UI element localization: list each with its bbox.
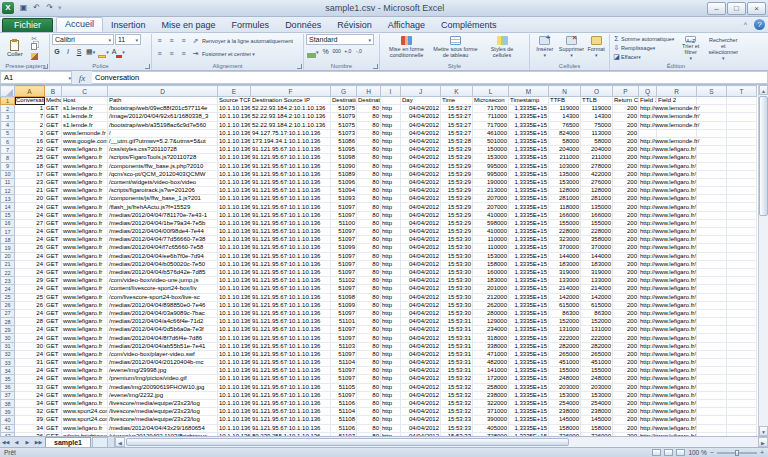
alignment-dialog-launcher[interactable] bbox=[297, 64, 302, 69]
cell-N30[interactable]: 222000 bbox=[549, 334, 581, 342]
cell-T6[interactable] bbox=[727, 137, 757, 145]
cell-D11[interactable]: /content/widgets/video-box/video bbox=[108, 178, 218, 186]
cell-P8[interactable]: 200 bbox=[613, 154, 639, 162]
cell-L8[interactable]: 153000 bbox=[473, 154, 509, 162]
cell-O27[interactable]: 86300 bbox=[581, 309, 613, 317]
next-sheet-icon[interactable]: ▶ bbox=[22, 437, 33, 447]
cell-B37[interactable]: GET bbox=[45, 391, 62, 399]
column-header-T[interactable]: T bbox=[727, 86, 757, 97]
cell-C34[interactable]: www.lefigaro.fr bbox=[62, 367, 108, 375]
cell-L3[interactable]: 711000 bbox=[473, 113, 509, 121]
cell-N8[interactable]: 211000 bbox=[549, 154, 581, 162]
cell-D19[interactable]: /medias/2012/04/04/f7c65660-7e58 bbox=[108, 244, 218, 252]
cell-Q30[interactable]: http://www.lefigaro.fr/ bbox=[639, 334, 657, 342]
cell-T30[interactable] bbox=[727, 334, 757, 342]
cell-E38[interactable]: 10.1.10.136 bbox=[218, 399, 251, 407]
cell-styles-button[interactable]: Styles de cellules bbox=[480, 34, 524, 62]
cell-M12[interactable]: 1,3335E+15 bbox=[509, 187, 549, 195]
cell-P11[interactable]: 200 bbox=[613, 178, 639, 186]
column-header-L[interactable]: L bbox=[473, 86, 509, 97]
cell-L16[interactable]: 598000 bbox=[473, 219, 509, 227]
cell-N6[interactable]: 58000 bbox=[549, 137, 581, 145]
cell-A31[interactable]: 30 bbox=[15, 342, 45, 350]
minimize-ribbon-icon[interactable]: ^ bbox=[740, 19, 751, 30]
cell-P3[interactable]: 200 bbox=[613, 113, 639, 121]
cell-H20[interactable]: 80 bbox=[357, 252, 381, 260]
row-header-4[interactable]: 4 bbox=[1, 121, 15, 129]
cell-G16[interactable]: 51100 bbox=[331, 219, 357, 227]
cell-J38[interactable]: 04/04/2012 bbox=[401, 399, 441, 407]
cell-H9[interactable]: 80 bbox=[357, 162, 381, 170]
column-header-K[interactable]: K bbox=[441, 86, 473, 97]
cell-O8[interactable]: 211000 bbox=[581, 154, 613, 162]
cell-B16[interactable]: GET bbox=[45, 219, 62, 227]
cell-N26[interactable]: 615000 bbox=[549, 301, 581, 309]
find-select-button[interactable]: Rechercher et sélectionner ▾ bbox=[707, 34, 741, 62]
cell-E18[interactable]: 10.1.10.136 bbox=[218, 236, 251, 244]
align-right-icon[interactable]: ≡ bbox=[178, 48, 189, 59]
cell-N35[interactable]: 248000 bbox=[549, 375, 581, 383]
cell-I42[interactable]: http bbox=[381, 432, 401, 436]
cell-M5[interactable]: 1,3335E+15 bbox=[509, 129, 549, 137]
cell-A18[interactable]: 24 bbox=[15, 236, 45, 244]
cell-Q2[interactable]: http://www.lemonde.fr/ bbox=[639, 105, 657, 113]
cell-T14[interactable] bbox=[727, 203, 757, 211]
cell-C9[interactable]: www.lefigaro.fr bbox=[62, 162, 108, 170]
cell-E28[interactable]: 10.1.10.136 bbox=[218, 318, 251, 326]
fill-color-icon[interactable]: ▾ bbox=[97, 46, 110, 57]
cell-A40[interactable]: 39 bbox=[15, 416, 45, 424]
cell-N9[interactable]: 103000 bbox=[549, 162, 581, 170]
cell-P10[interactable]: 200 bbox=[613, 170, 639, 178]
cell-S32[interactable] bbox=[697, 350, 727, 358]
help-icon[interactable]: ? bbox=[754, 19, 765, 30]
cell-B28[interactable]: GET bbox=[45, 318, 62, 326]
cell-C40[interactable]: www.sport24.com bbox=[62, 416, 108, 424]
cell-P34[interactable]: 200 bbox=[613, 367, 639, 375]
orientation-icon[interactable]: ⇗ bbox=[190, 35, 201, 46]
cell-K28[interactable]: 15:53:31 bbox=[441, 318, 473, 326]
cell-C19[interactable]: www.lefigaro.fr bbox=[62, 244, 108, 252]
cell-Q37[interactable]: http://www.lefigaro.fr/ bbox=[639, 391, 657, 399]
cell-N7[interactable]: 204000 bbox=[549, 146, 581, 154]
cell-A36[interactable]: 33 bbox=[15, 383, 45, 391]
cell-M6[interactable]: 1,3335E+15 bbox=[509, 137, 549, 145]
cell-J22[interactable]: 04/04/2012 bbox=[401, 268, 441, 276]
cell-T42[interactable] bbox=[727, 432, 757, 436]
cell-C16[interactable]: www.lefigaro.fr bbox=[62, 219, 108, 227]
row-header-22[interactable]: 22 bbox=[1, 268, 15, 276]
cell-I32[interactable]: http bbox=[381, 350, 401, 358]
cell-A35[interactable]: 24 bbox=[15, 375, 45, 383]
cell-L10[interactable]: 995000 bbox=[473, 170, 509, 178]
cell-T9[interactable] bbox=[727, 162, 757, 170]
cell-P16[interactable]: 200 bbox=[613, 219, 639, 227]
cell-P15[interactable]: 200 bbox=[613, 211, 639, 219]
cell-J13[interactable]: 04/04/2012 bbox=[401, 195, 441, 203]
cell-B19[interactable]: GET bbox=[45, 244, 62, 252]
row-header-16[interactable]: 16 bbox=[1, 219, 15, 227]
save-icon[interactable]: ▣ bbox=[17, 2, 30, 14]
cell-Q36[interactable]: http://www.lefigaro.fr/ bbox=[639, 383, 657, 391]
cell-D8[interactable]: /scripts/FigaroTools.js?20110728 bbox=[108, 154, 218, 162]
cell-B12[interactable]: GET bbox=[45, 187, 62, 195]
cell-F26[interactable]: 91.121.95.67:10.1.10.136 bbox=[251, 301, 331, 309]
row-header-11[interactable]: 11 bbox=[1, 178, 15, 186]
row-header-9[interactable]: 9 bbox=[1, 162, 15, 170]
cell-L5[interactable]: 461000 bbox=[473, 129, 509, 137]
cell-O35[interactable]: 248000 bbox=[581, 375, 613, 383]
cell-M32[interactable]: 1,3335E+15 bbox=[509, 350, 549, 358]
cell-B31[interactable]: GET bbox=[45, 342, 62, 350]
cell-S8[interactable] bbox=[697, 154, 727, 162]
cell-A14[interactable]: 24 bbox=[15, 203, 45, 211]
cell-A29[interactable]: 24 bbox=[15, 326, 45, 334]
column-header-D[interactable]: D bbox=[108, 86, 218, 97]
cell-O25[interactable]: 142000 bbox=[581, 293, 613, 301]
cell-T18[interactable] bbox=[727, 236, 757, 244]
cell-K3[interactable]: 15:53:27 bbox=[441, 113, 473, 121]
cell-T29[interactable] bbox=[727, 326, 757, 334]
cell-P37[interactable]: 200 bbox=[613, 391, 639, 399]
column-header-I[interactable]: I bbox=[381, 86, 401, 97]
cell-O21[interactable]: 183000 bbox=[581, 260, 613, 268]
column-header-J[interactable]: J bbox=[401, 86, 441, 97]
cell-A30[interactable]: 24 bbox=[15, 334, 45, 342]
cell-B4[interactable]: GET bbox=[45, 121, 62, 129]
